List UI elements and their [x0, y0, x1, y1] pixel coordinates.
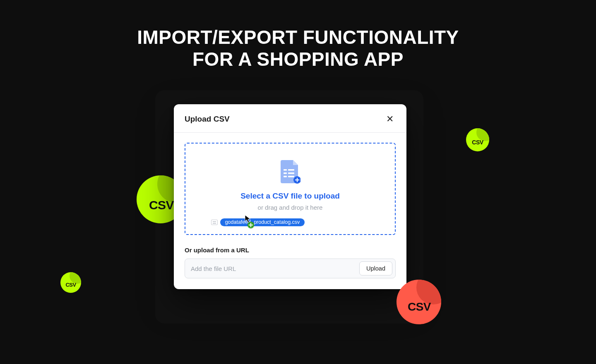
modal-title: Upload CSV	[185, 115, 230, 124]
hero-title-line-2: FOR A SHOPPING APP	[0, 48, 596, 70]
modal-header: Upload CSV ✕	[174, 104, 406, 133]
url-input-row: Upload	[185, 259, 396, 278]
close-icon: ✕	[386, 115, 394, 124]
close-button[interactable]: ✕	[384, 113, 396, 125]
svg-rect-0	[284, 169, 287, 171]
dropzone-secondary-text: or drag and drop it here	[192, 204, 388, 211]
upload-csv-modal: Upload CSV ✕	[174, 104, 406, 289]
url-upload-label: Or upload from a URL	[185, 247, 396, 254]
csv-sticker-icon: CSV	[60, 272, 81, 293]
hero-title-line-1: IMPORT/EXPORT FUNCTIONALITY	[0, 26, 596, 48]
drag-plus-badge-icon	[248, 222, 254, 228]
svg-rect-5	[288, 176, 294, 177]
svg-rect-8	[295, 180, 299, 180]
csv-sticker-icon: CSV	[466, 128, 489, 151]
dragging-file-name: godatafeed_product_catalog.csv	[220, 218, 305, 226]
url-upload-section: Or upload from a URL Upload	[185, 247, 396, 278]
hero-title: IMPORT/EXPORT FUNCTIONALITY FOR A SHOPPI…	[0, 26, 596, 70]
svg-rect-4	[284, 176, 287, 177]
dragging-file-chip: godatafeed_product_catalog.csv	[211, 218, 305, 226]
svg-rect-1	[288, 169, 294, 171]
csv-sticker-icon: CSV	[397, 280, 441, 324]
modal-body: Select a CSV file to upload or drag and …	[174, 133, 406, 289]
url-input[interactable]	[191, 265, 356, 272]
file-page-icon	[211, 220, 218, 225]
svg-rect-3	[288, 172, 294, 174]
svg-rect-2	[284, 172, 287, 174]
dropzone-primary-text: Select a CSV file to upload	[192, 192, 388, 201]
file-dropzone[interactable]: Select a CSV file to upload or drag and …	[185, 143, 396, 235]
file-add-icon	[280, 160, 300, 184]
upload-button[interactable]: Upload	[359, 261, 392, 275]
